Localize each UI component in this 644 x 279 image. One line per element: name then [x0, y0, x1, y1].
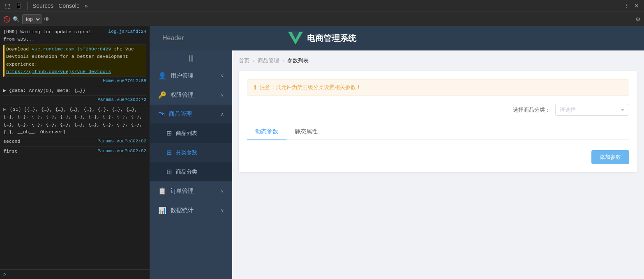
console-line: first Params.vue?c802:82 — [3, 147, 146, 156]
expand-icon[interactable]: ▶ — [3, 107, 6, 112]
sidebar-item-category-params[interactable]: ⊞ 分类参数 — [150, 143, 232, 162]
sidebar-label: 用户管理 — [171, 72, 194, 80]
sidebar-toggle[interactable]: ||| — [150, 50, 232, 66]
console-line-warn: Download vue.runtime.esm.js?2b0e:8429 th… — [3, 45, 146, 77]
console-text: first — [3, 148, 94, 155]
context-selector[interactable]: top — [22, 14, 42, 24]
filter-toggle-icon[interactable]: 🔍 — [13, 16, 20, 23]
sidebar-item-goods-mgmt[interactable]: 🛍 商品管理 ∧ — [150, 105, 232, 123]
main-wrapper: [HMR] Waiting for update signal from WDS… — [0, 26, 644, 279]
chevron-down-icon: ∨ — [221, 92, 224, 98]
settings-icon[interactable]: ⚙ — [635, 16, 641, 23]
app-brand: 电商管理系统 — [288, 31, 356, 46]
devtools-topbar: ⬚ 📱 Sources Console » ⋮ ✕ — [0, 0, 644, 12]
separator — [27, 2, 28, 10]
vue-devtools-link[interactable]: https://github.com/vuejs/vue-devtools — [6, 68, 146, 75]
tab-bar: 动态参数 静态属性 — [247, 124, 629, 140]
console-link[interactable]: Params.vue?c802:72 — [97, 96, 146, 104]
console-array-text: (31) [{…}, {…}, {…}, {…}, {…}, {…}, {…},… — [3, 107, 142, 135]
console-line: second Params.vue?c802:82 — [3, 137, 146, 146]
add-param-button[interactable]: 添加参数 — [591, 150, 629, 164]
grid-icon: ⊞ — [166, 149, 172, 156]
chevron-down-icon: ∨ — [221, 208, 224, 213]
sidebar-label: 商品管理 — [169, 110, 192, 118]
app-title: 电商管理系统 — [307, 33, 356, 44]
tab-dynamic[interactable]: 动态参数 — [247, 124, 286, 140]
filter-row: 选择商品分类： 请选择 — [247, 104, 629, 116]
console-output: [HMR] Waiting for update signal from WDS… — [0, 26, 150, 269]
main-content: 首页 › 商品管理 › 参数列表 ℹ 注意：只允许为第三级分类设置相关参数！ — [232, 50, 644, 279]
category-select[interactable]: 请选择 — [555, 104, 629, 116]
devtools-close-icon[interactable]: ✕ — [632, 2, 641, 10]
clipboard-icon: 📋 — [158, 187, 166, 195]
action-row: 添加参数 — [247, 149, 629, 164]
console-text: second — [3, 138, 94, 145]
console-link[interactable]: Home.vue?76f2:88 — [103, 78, 146, 85]
console-warn-text: Download vue.runtime.esm.js?2b0e:8429 th… — [6, 46, 146, 76]
breadcrumb-current: 参数列表 — [287, 57, 309, 64]
console-line: ▶ (31) [{…}, {…}, {…}, {…}, {…}, {…}, {…… — [3, 105, 146, 137]
console-line: ▶ {data: Array(5), meta: {…}} — [3, 86, 146, 96]
console-input[interactable] — [8, 272, 146, 277]
sidebar-item-data-stats[interactable]: 📊 数据统计 ∨ — [150, 201, 232, 220]
app-title-area: Header 电商管理系统 — [158, 34, 636, 42]
devtools-panel: [HMR] Waiting for update signal from WDS… — [0, 26, 150, 279]
breadcrumb-goods[interactable]: 商品管理 — [258, 57, 279, 64]
content-card: ℹ 注意：只允许为第三级分类设置相关参数！ 选择商品分类： 请选择 动态参数 静… — [239, 71, 637, 172]
sidebar-item-user-mgmt[interactable]: 👤 用户管理 ∨ — [150, 66, 232, 85]
console-text: [HMR] Waiting for update signal from WDS… — [3, 28, 105, 43]
user-icon: 👤 — [158, 72, 166, 80]
warning-text: 注意：只允许为第三级分类设置相关参数！ — [260, 84, 361, 91]
breadcrumb-sep-2: › — [282, 58, 284, 64]
sidebar: ||| 👤 用户管理 ∨ 🔑 权限管理 ∨ 🛍 商品管理 ∧ — [150, 50, 232, 279]
console-tab[interactable]: Console — [57, 2, 81, 10]
inspect-icon[interactable]: ⬚ — [3, 2, 12, 10]
header-label-left: Header — [158, 34, 184, 42]
app-area: Header 电商管理系统 ||| 👤 用户管理 — [150, 26, 644, 279]
more-tabs-icon[interactable]: » — [83, 2, 90, 10]
shopping-icon: 🛍 — [158, 110, 165, 118]
chart-icon: 📊 — [158, 206, 166, 214]
vue-runtime-link[interactable]: vue.runtime.esm.js?2b0e:8429 — [32, 46, 111, 52]
filter-label: 选择商品分类： — [513, 106, 550, 114]
tab-static[interactable]: 静态属性 — [286, 124, 326, 140]
grid-icon: ⊞ — [166, 168, 172, 176]
sidebar-item-goods-category[interactable]: ⊞ 商品分类 — [150, 162, 232, 181]
console-line: Params.vue?c802:72 — [3, 96, 146, 105]
console-text[interactable]: ▶ {data: Array(5), meta: {…}} — [3, 87, 146, 94]
console-text[interactable]: ▶ (31) [{…}, {…}, {…}, {…}, {…}, {…}, {…… — [3, 106, 146, 136]
chevron-up-icon: ∧ — [221, 112, 224, 117]
sidebar-label: 商品列表 — [176, 130, 197, 137]
devtools-menu-icon[interactable]: ⋮ — [622, 2, 631, 10]
sidebar-label: 商品分类 — [176, 168, 197, 176]
chevron-down-icon: ∨ — [221, 73, 224, 78]
console-line: Home.vue?76f2:88 — [3, 77, 146, 86]
sidebar-label: 数据统计 — [171, 207, 194, 214]
sidebar-item-goods-list[interactable]: ⊞ 商品列表 — [150, 123, 232, 143]
clear-console-icon[interactable]: 🚫 — [3, 16, 10, 23]
sidebar-label: 订单管理 — [171, 188, 194, 195]
app-header: Header 电商管理系统 — [150, 26, 644, 50]
console-line: [HMR] Waiting for update signal from WDS… — [3, 27, 146, 45]
sidebar-submenu-goods: ⊞ 商品列表 ⊞ 分类参数 ⊞ 商品分类 — [150, 123, 232, 181]
console-link[interactable]: log.js?1afd:24 — [108, 28, 146, 36]
breadcrumb-home[interactable]: 首页 — [239, 57, 249, 64]
eye-icon[interactable]: 👁 — [44, 16, 50, 23]
breadcrumb: 首页 › 商品管理 › 参数列表 — [239, 57, 637, 64]
warning-banner: ℹ 注意：只允许为第三级分类设置相关参数！ — [247, 79, 629, 96]
sidebar-item-order-mgmt[interactable]: 📋 订单管理 ∨ — [150, 181, 232, 201]
console-prompt: > — [0, 269, 150, 279]
sidebar-item-perm-mgmt[interactable]: 🔑 权限管理 ∨ — [150, 85, 232, 105]
app-body: ||| 👤 用户管理 ∨ 🔑 权限管理 ∨ 🛍 商品管理 ∧ — [150, 50, 644, 279]
console-toolbar: 🚫 🔍 top 👁 ⚙ — [0, 12, 644, 26]
sidebar-label: 分类参数 — [176, 149, 197, 156]
sources-tab[interactable]: Sources — [31, 2, 55, 10]
vue-logo-icon — [288, 31, 303, 46]
console-link[interactable]: Params.vue?c802:82 — [97, 138, 146, 145]
warning-icon: ℹ — [254, 84, 256, 91]
device-icon[interactable]: 📱 — [14, 2, 24, 10]
sidebar-label: 权限管理 — [171, 91, 194, 99]
console-link[interactable]: Params.vue?c802:82 — [97, 148, 146, 155]
grid-icon: ⊞ — [166, 129, 172, 137]
prompt-icon: > — [3, 271, 7, 277]
